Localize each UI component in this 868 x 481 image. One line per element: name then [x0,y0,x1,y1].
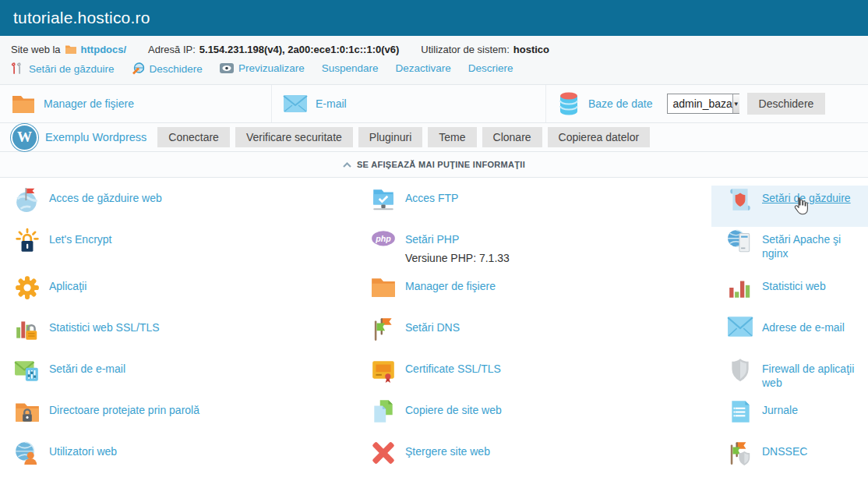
grid-item-label[interactable]: Setări Apache şi nginx [762,233,841,260]
action-open-site[interactable]: Deschidere [132,62,203,75]
grid-item-dns-settings[interactable]: Setări DNS [356,315,711,356]
action-description[interactable]: Descriere [468,62,513,74]
folder-lock-icon [14,398,41,425]
grid-item-website-copying[interactable]: Copiere de site web [356,398,711,439]
grid-column-3: Setări de găzduire Setări Apache şi ngin… [711,186,868,480]
grid-item-label[interactable]: Aplicaţii [49,280,86,292]
flags-shield-icon [727,440,753,466]
grid-item-ftp-access[interactable]: Acces FTP [356,186,711,227]
show-less-toggle[interactable]: SE AFIŞEAZĂ MAI PUŢINE INFORMAŢII [0,152,868,178]
grid-item-web-hosting-access[interactable]: Acces de găzduire web [0,186,356,227]
wordpress-site-link[interactable]: Exemplu Wordpress [45,131,146,143]
grid-item-label[interactable]: Directoare protejate prin parolă [49,404,199,416]
envelope-icon [727,316,753,342]
grid-item-label[interactable]: Acces de găzduire web [49,192,162,204]
grid-item-lets-encrypt[interactable]: Let's Encrypt [0,227,356,274]
tools-icon [11,62,24,75]
wp-security-check-button[interactable]: Verificare securitate [235,127,353,147]
chart-lock-icon [14,316,41,342]
quick-email-label[interactable]: E-mail [316,97,347,110]
action-hosting-settings[interactable]: Setări de găzduire [11,62,115,75]
grid-item-applications[interactable]: Aplicaţii [0,274,356,315]
page-title: tutoriale.hostico.ro [13,9,150,27]
grid-item-ssl-web-stats[interactable]: Statistici web SSL/TLS [0,315,356,356]
grid-item-label[interactable]: Manager de fişiere [405,280,496,292]
php-version-text: Versiune PHP: 7.1.33 [405,252,510,266]
grid-item-logs[interactable]: Jurnale [711,398,868,439]
grid-item-label[interactable]: Statistici web SSL/TLS [49,321,160,334]
action-preview[interactable]: Previzualizare [220,62,305,74]
ip-group: Adresă IP: 5.154.231.198(v4), 2a00:ece1:… [148,44,399,55]
action-deactivate[interactable]: Dezactivare [395,62,450,74]
tools-grid: Acces de găzduire web Let's Encrypt [0,178,868,480]
wp-copy-data-button[interactable]: Copierea datelor [548,127,651,147]
grid-item-email-addresses[interactable]: Adrese de e-mail [711,315,868,356]
grid-item-label[interactable]: Setări de e-mail [49,363,125,375]
grid-item-hosting-settings[interactable]: Setări de găzduire [711,186,868,227]
grid-item-protected-directories[interactable]: Directoare protejate prin parolă [0,398,356,439]
grid-item-label[interactable]: DNSSEC [762,445,807,458]
grid-item-label[interactable]: Utilizatori web [49,445,117,458]
site-root-label: Site web la [11,44,61,55]
system-user-value: hostico [513,44,549,55]
grid-item-dnssec[interactable]: DNSSEC [711,439,868,480]
action-suspend[interactable]: Suspendare [322,62,379,74]
wordpress-row: W Exemplu Wordpress Conectare Verificare… [0,123,868,152]
site-root-group: Site web la httpdocs/ [11,44,126,55]
globe-flag-icon [14,186,41,213]
grid-item-file-manager[interactable]: Manager de fişiere [356,274,711,315]
wp-login-button[interactable]: Conectare [157,127,230,147]
folder-icon [370,274,397,301]
gear-icon [14,274,41,301]
grid-item-ssl-certificates[interactable]: Certificate SSL/TLS [356,356,711,398]
grid-column-1: Acces de găzduire web Let's Encrypt [0,186,356,480]
envelope-icon [283,94,308,113]
log-page-icon [727,398,753,425]
globe-arrow-icon [132,62,145,75]
quick-file-manager[interactable]: Manager de fişiere [0,85,271,122]
select-arrow-icon: ▼ [732,94,739,113]
action-label: Deschidere [150,63,203,75]
quick-email[interactable]: E-mail [271,85,545,122]
action-label: Suspendare [322,62,379,74]
database-select[interactable]: admin_baza ▼ [667,94,739,114]
quick-file-manager-label[interactable]: Manager de fişiere [44,97,134,110]
wp-themes-button[interactable]: Teme [428,127,476,147]
grid-item-web-application-firewall[interactable]: Firewall de aplicaţii web [711,356,868,398]
quick-databases-label[interactable]: Baze de date [588,97,653,110]
grid-item-label[interactable]: Setări de găzduire [762,192,851,204]
red-x-icon [370,440,397,466]
svg-text:php: php [375,234,391,243]
grid-item-label[interactable]: Jurnale [762,404,798,416]
grid-item-label[interactable]: Ştergere site web [405,445,490,458]
action-label: Setări de găzduire [29,63,115,75]
grid-item-label[interactable]: Let's Encrypt [49,233,112,246]
grid-item-label[interactable]: Adrese de e-mail [762,321,845,334]
grid-item-mail-settings[interactable]: Setări de e-mail [0,356,356,398]
wordpress-logo-icon: W [11,124,38,151]
grid-item-label[interactable]: Firewall de aplicaţii web [762,363,854,389]
database-open-button[interactable]: Deschidere [747,93,826,115]
system-user-label: Utilizator de sistem: [421,44,509,55]
quick-databases: Baze de date admin_baza ▼ Deschidere [545,85,868,122]
grid-item-label[interactable]: Statistici web [762,280,826,292]
grid-item-label[interactable]: Copiere de site web [405,404,502,416]
mail-settings-icon [14,357,41,384]
site-info-bar: Site web la httpdocs/ Adresă IP: 5.154.2… [0,36,868,62]
grid-item-php-settings[interactable]: php Setări PHP Versiune PHP: 7.1.33 [356,227,711,274]
grid-item-remove-website[interactable]: Ştergere site web [356,439,711,480]
action-label: Descriere [468,62,513,74]
grid-item-apache-nginx-settings[interactable]: Setări Apache şi nginx [711,227,868,274]
dns-flags-icon [370,316,397,342]
wp-plugins-button[interactable]: Pluginuri [358,127,422,147]
grid-item-label[interactable]: Certificate SSL/TLS [405,363,501,375]
database-select-value: admin_baza [668,94,732,113]
grid-item-web-users[interactable]: Utilizatori web [0,439,356,480]
httpdocs-link[interactable]: httpdocs/ [81,44,127,55]
grid-item-web-statistics[interactable]: Statistici web [711,274,868,315]
folder-check-network-icon [370,186,397,213]
grid-item-label[interactable]: Setări PHP [405,233,459,246]
wp-clone-button[interactable]: Clonare [482,127,542,147]
grid-item-label[interactable]: Setări DNS [405,321,460,334]
grid-item-label[interactable]: Acces FTP [405,192,458,204]
